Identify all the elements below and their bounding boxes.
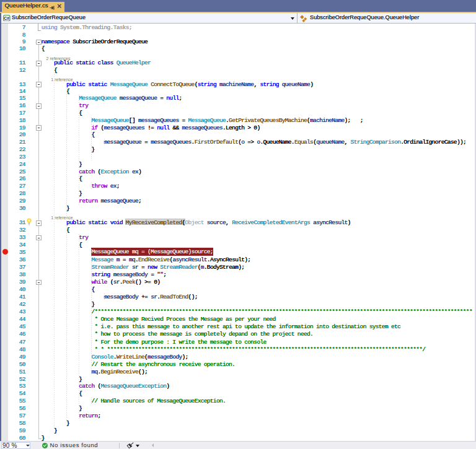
svg-text:C#: C# xyxy=(4,15,9,20)
